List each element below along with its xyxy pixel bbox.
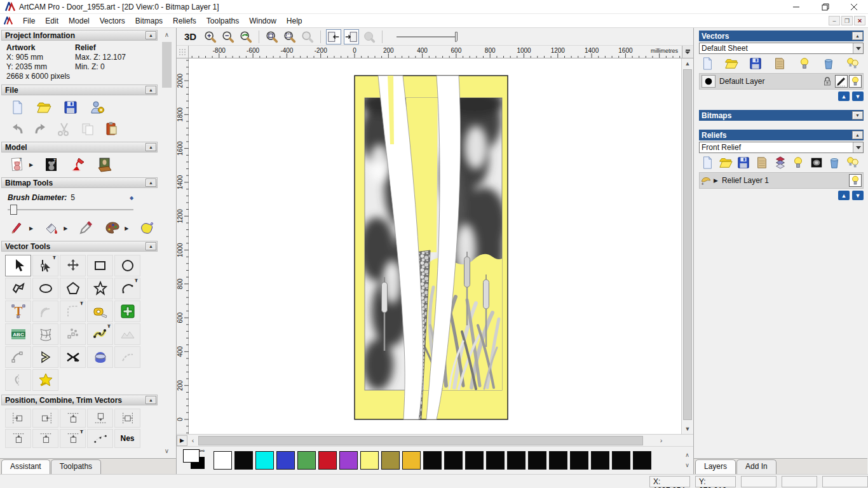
restore-button[interactable]	[811, 0, 839, 13]
node-editing-tool[interactable]: Ŧ	[32, 255, 58, 276]
text-on-curve-tool[interactable]: ABC	[5, 323, 31, 345]
child-close-button[interactable]: ✕	[854, 16, 865, 25]
measure-tool[interactable]	[87, 301, 113, 322]
chevron-down-icon[interactable]	[853, 142, 863, 152]
chevron-down-icon[interactable]	[853, 43, 863, 53]
layer-name[interactable]: Relief Layer 1	[718, 176, 849, 185]
switch-3d-view-button[interactable]: 3D	[180, 31, 200, 42]
colour-picker-icon[interactable]	[78, 220, 94, 236]
align-left-tool[interactable]	[5, 409, 31, 428]
layer-name[interactable]: Default Layer	[715, 77, 821, 86]
merge-relief-icon[interactable]	[755, 156, 769, 170]
layer-colour-swatch[interactable]	[702, 75, 715, 88]
load-image-icon[interactable]	[97, 156, 113, 173]
primary-colour[interactable]	[183, 449, 200, 463]
menu-bitmaps[interactable]: Bitmaps	[130, 15, 168, 27]
paint-icon[interactable]	[9, 220, 25, 236]
create-star-tool[interactable]	[87, 278, 113, 299]
block-copy-tool[interactable]	[60, 323, 86, 345]
palette-swatch-1[interactable]	[234, 451, 253, 470]
zoom-previous-button[interactable]	[238, 29, 254, 44]
create-arc-tool[interactable]: Ŧ	[114, 278, 140, 299]
wrap-vectors-tool[interactable]	[32, 369, 58, 391]
align-centre-tool[interactable]	[114, 409, 140, 428]
menu-model[interactable]: Model	[64, 15, 95, 27]
greyscale-relief-icon[interactable]	[810, 156, 824, 170]
palette-swatch-4[interactable]	[297, 451, 316, 470]
palette-swatch-17[interactable]	[570, 451, 588, 470]
flyout-arrow-icon[interactable]: ▶	[29, 162, 33, 168]
merge-layers-icon[interactable]	[773, 57, 787, 71]
collapse-icon[interactable]: ▲	[146, 31, 156, 39]
palette-icon[interactable]	[104, 220, 121, 236]
palette-swatch-20[interactable]	[633, 451, 651, 470]
palette-swatch-3[interactable]	[276, 451, 295, 470]
scroll-right-icon[interactable]: ›	[656, 437, 667, 444]
flood-fill-icon[interactable]	[43, 220, 60, 236]
distort-vectors-tool[interactable]	[32, 323, 58, 345]
lock-layer-button[interactable]	[821, 75, 834, 88]
menu-help[interactable]: Help	[281, 15, 308, 27]
save-model-icon[interactable]	[62, 99, 79, 116]
new-model-icon[interactable]	[9, 99, 25, 116]
palette-swatch-6[interactable]	[339, 451, 358, 470]
drawing-canvas[interactable]	[189, 58, 681, 434]
show-panel-button[interactable]: ▶	[177, 435, 187, 446]
light-material-icon[interactable]	[70, 156, 86, 173]
zoom-fit-button[interactable]	[282, 29, 297, 44]
palette-swatch-7[interactable]	[360, 451, 379, 470]
menu-vectors[interactable]: Vectors	[95, 15, 130, 27]
transform-vectors-tool[interactable]	[60, 255, 86, 276]
open-relief-layer-icon[interactable]	[719, 156, 733, 170]
align-bottom-tool[interactable]	[87, 409, 113, 428]
align-tool-4[interactable]: Ŧ	[60, 429, 86, 448]
toggle-vector-layer-button[interactable]	[344, 29, 359, 44]
slider-handle[interactable]	[455, 32, 458, 42]
scroll-up-icon[interactable]: ∧	[685, 452, 689, 458]
zoom-box-button[interactable]	[264, 29, 280, 44]
zoom-out-button[interactable]	[220, 29, 236, 44]
invert-greyscale-icon[interactable]: T	[43, 156, 60, 173]
link-colours-icon[interactable]: ⚯	[200, 448, 205, 454]
layer-visible-button[interactable]	[849, 75, 862, 88]
palette-swatch-5[interactable]	[318, 451, 337, 470]
align-top-tool[interactable]	[60, 409, 86, 428]
minimize-button[interactable]	[782, 0, 811, 13]
menu-edit[interactable]: Edit	[40, 15, 64, 27]
delete-layer-icon[interactable]	[822, 57, 836, 71]
left-panel-scrollbar[interactable]: ∧ ∨	[161, 29, 172, 456]
texture-icon[interactable]	[139, 220, 155, 236]
palette-swatch-9[interactable]	[402, 451, 421, 470]
relief-layer-row[interactable]: + ▶ Relief Layer 1	[699, 172, 864, 189]
collapse-icon[interactable]: ▲	[852, 131, 863, 139]
scroll-up-icon[interactable]: ▲	[682, 58, 693, 69]
fit-spline-tool[interactable]: Ŧ	[87, 323, 113, 345]
palette-swatch-11[interactable]	[444, 451, 463, 470]
palette-swatch-2[interactable]	[255, 451, 274, 470]
expand-icon[interactable]: ▼	[852, 111, 863, 119]
expand-arrow-icon[interactable]: ▶	[714, 177, 718, 184]
all-layers-visible-icon[interactable]	[846, 57, 860, 71]
zoom-in-button[interactable]	[203, 29, 218, 44]
collapse-icon[interactable]: ▲	[146, 396, 156, 404]
horizontal-scrollbar[interactable]: ▶ ‹ ›	[177, 434, 693, 446]
ruler-units-button[interactable]	[682, 46, 694, 58]
align-tool-3[interactable]	[32, 429, 58, 448]
palette-swatch-19[interactable]	[612, 451, 630, 470]
palette-swatch-16[interactable]	[549, 451, 567, 470]
align-tool-2[interactable]	[5, 429, 31, 448]
child-restore-button[interactable]: ❐	[841, 16, 853, 25]
collapse-icon[interactable]: ▲	[146, 86, 156, 94]
model-wizard-icon[interactable]	[89, 99, 105, 116]
flyout-arrow-icon[interactable]: ▶	[125, 226, 128, 231]
move-layer-up-button[interactable]: ▲	[838, 191, 850, 200]
palette-swatch-13[interactable]	[486, 451, 505, 470]
greyscale-view-icon[interactable]: T	[9, 156, 25, 173]
scroll-left-icon[interactable]: ‹	[187, 437, 198, 444]
menu-toolpaths[interactable]: Toolpaths	[201, 15, 244, 27]
create-rectangle-tool[interactable]	[87, 255, 113, 276]
move-layer-down-button[interactable]: ▼	[852, 191, 864, 200]
trim-vectors-tool[interactable]	[60, 346, 86, 368]
tab-add-in[interactable]: Add In	[736, 459, 776, 474]
palette-swatch-12[interactable]	[465, 451, 484, 470]
